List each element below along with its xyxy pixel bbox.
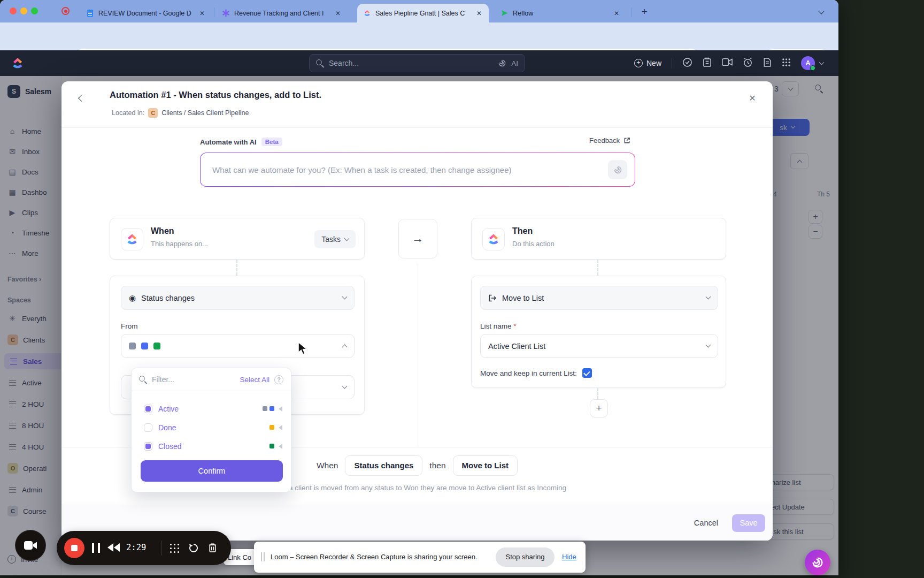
close-tab-icon[interactable]: ✕ — [334, 9, 342, 18]
add-action-button[interactable]: + — [590, 399, 608, 417]
back-button[interactable] — [73, 91, 89, 107]
pause-recording-button[interactable] — [92, 543, 100, 553]
chevron-down-icon — [342, 384, 348, 389]
save-button[interactable]: Save — [732, 514, 765, 532]
browser-tab[interactable]: REVIEW Document - Google D ✕ — [80, 4, 212, 22]
new-button[interactable]: +New — [634, 59, 661, 67]
rewind-icon — [114, 543, 120, 552]
expand-left-icon — [279, 444, 282, 449]
status-checkbox[interactable] — [144, 405, 152, 413]
status-option-done[interactable]: Done — [132, 418, 291, 437]
confirm-button[interactable]: Confirm — [141, 460, 283, 482]
from-status-select[interactable] — [121, 334, 355, 358]
cancel-button[interactable]: Cancel — [694, 519, 718, 527]
window-close-button[interactable] — [10, 7, 17, 14]
action-select[interactable]: Move to List — [480, 286, 718, 310]
list-name-select[interactable]: Active Client List — [480, 334, 718, 358]
clipboard-icon[interactable] — [703, 57, 712, 70]
modal-title: Automation #1 - When status changes, add… — [110, 90, 321, 100]
chevron-down-icon — [342, 294, 348, 300]
close-tab-icon[interactable]: ✕ — [612, 9, 621, 18]
expand-left-icon — [279, 425, 282, 430]
status-filter-input[interactable] — [152, 375, 235, 384]
then-card: Then Do this action — [471, 218, 726, 260]
close-icon[interactable]: ✕ — [745, 91, 760, 106]
ai-prompt-field[interactable] — [212, 165, 608, 174]
drag-handle-icon[interactable] — [261, 552, 262, 561]
tab-title: Reflow — [513, 10, 608, 17]
when-card: When This happens on... Tasks — [110, 218, 365, 260]
browser-tab-strip: REVIEW Document - Google D ✕ Revenue Tra… — [0, 0, 838, 22]
automation-modal: Automation #1 - When status changes, add… — [61, 81, 773, 541]
trash-icon — [207, 542, 218, 553]
status-chip-green — [270, 444, 274, 448]
rewind-icon — [107, 543, 113, 552]
beta-badge: Beta — [261, 138, 282, 146]
effects-grid-icon[interactable] — [170, 544, 172, 545]
user-avatar[interactable]: A — [801, 56, 815, 70]
apps-grid-icon[interactable] — [782, 58, 791, 69]
google-docs-favicon — [86, 9, 94, 18]
loom-camera-bubble[interactable] — [15, 530, 46, 561]
status-option-active[interactable]: Active — [132, 399, 291, 418]
location-path[interactable]: Clients / Sales Client Pipeline — [161, 109, 249, 117]
status-chip-gray — [263, 406, 267, 411]
alarm-clock-icon[interactable] — [743, 57, 753, 70]
clickup-ai-fab[interactable] — [805, 550, 830, 575]
close-tab-icon[interactable]: ✕ — [198, 9, 206, 18]
window-minimize-button[interactable] — [20, 7, 27, 14]
action-config-card: Move to List List name * Active Client L… — [471, 276, 726, 388]
browser-window: REVIEW Document - Google D ✕ Revenue Tra… — [0, 0, 838, 575]
search-ai-label[interactable]: AI — [511, 59, 518, 67]
global-search[interactable]: AI — [309, 54, 525, 72]
close-tab-icon[interactable]: ✕ — [475, 9, 483, 18]
feedback-link[interactable]: Feedback — [589, 136, 630, 144]
ai-swirl-icon — [613, 165, 622, 174]
status-chip-gray — [129, 343, 136, 349]
ai-submit-button[interactable] — [608, 160, 627, 179]
hide-banner-link[interactable]: Hide — [562, 553, 576, 561]
browser-tab[interactable]: Reflow ✕ — [495, 4, 626, 22]
status-chip-yellow — [270, 425, 274, 430]
stop-sharing-button[interactable]: Stop sharing — [496, 547, 555, 567]
status-checkbox[interactable] — [144, 442, 152, 451]
search-input[interactable] — [329, 59, 493, 67]
expand-left-icon — [279, 406, 282, 412]
status-option-closed[interactable]: Closed — [132, 437, 291, 455]
todo-check-icon[interactable] — [682, 57, 692, 70]
avatar-chevron-icon[interactable] — [819, 59, 825, 65]
tab-list-chevron-icon[interactable] — [819, 6, 823, 16]
trigger-type-selector[interactable]: Tasks — [314, 230, 356, 248]
trigger-select[interactable]: ◉ Status changes — [121, 286, 355, 310]
from-label: From — [121, 322, 138, 330]
tab-title: Revenue Tracking and Client I — [234, 10, 329, 17]
restart-recording-button[interactable] — [188, 543, 199, 556]
chevron-up-icon — [342, 345, 348, 350]
space-badge: C — [148, 108, 158, 118]
clickup-badge-icon — [482, 228, 505, 250]
delete-recording-button[interactable] — [207, 542, 218, 556]
ai-swirl-icon — [498, 59, 506, 67]
status-checkbox[interactable] — [144, 423, 152, 432]
browser-tab[interactable]: Revenue Tracking and Client I ✕ — [216, 4, 348, 22]
asterisk-favicon — [221, 9, 230, 18]
clip-video-icon[interactable] — [722, 58, 733, 69]
camera-icon — [24, 540, 37, 551]
select-all-link[interactable]: Select All — [240, 376, 270, 384]
browser-tab-active[interactable]: Sales Piepline Gnatt | Sales C ✕ — [357, 4, 489, 22]
new-tab-button[interactable]: + — [637, 5, 651, 19]
doc-icon[interactable] — [763, 57, 772, 70]
clickup-logo[interactable] — [11, 56, 25, 72]
rewind-button[interactable] — [107, 543, 120, 552]
radio-target-icon: ◉ — [129, 293, 136, 303]
ai-automation-input[interactable] — [200, 153, 635, 187]
summary-trigger-chip[interactable]: Status changes — [345, 455, 422, 476]
tab-separator — [214, 7, 214, 17]
help-icon[interactable]: ? — [274, 375, 283, 384]
stop-recording-button[interactable] — [64, 538, 84, 558]
summary-action-chip[interactable]: Move to List — [453, 455, 518, 476]
search-icon — [139, 376, 147, 384]
window-zoom-button[interactable] — [31, 7, 38, 14]
keep-in-list-checkbox[interactable] — [582, 368, 592, 378]
loom-control-bar: 2:29 — [57, 531, 231, 565]
